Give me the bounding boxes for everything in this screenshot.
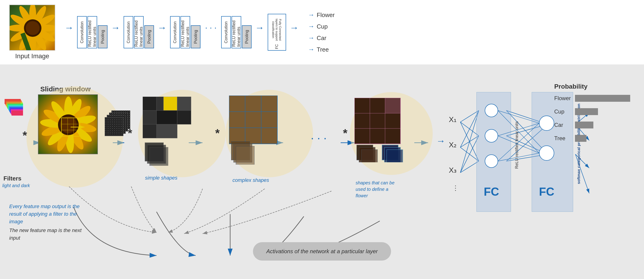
cnn-block-4: Convolution ReLU rectified linear units … xyxy=(221,16,252,48)
svg-point-125 xyxy=(539,146,554,160)
cnn-group-4: Convolution ReLU rectified linear units … xyxy=(221,16,252,48)
svg-rect-92 xyxy=(156,110,177,124)
complex-shapes-grid xyxy=(229,96,298,166)
prob-cup-name: Cup xyxy=(554,108,573,115)
svg-rect-98 xyxy=(150,147,168,166)
relu-layer-2: ReLU rectified linear units xyxy=(134,16,144,48)
cnn-block-1: Convolution ReLU rectified linear units … xyxy=(77,16,108,48)
svg-rect-94 xyxy=(143,124,156,138)
pool-layer-1: Pooling xyxy=(98,25,108,48)
svg-rect-95 xyxy=(156,124,177,138)
input-image-label: Input Image xyxy=(15,52,49,60)
prob-car-bar xyxy=(575,122,593,128)
x1-label: X₁ xyxy=(449,115,457,124)
prob-flower-bar xyxy=(575,95,630,102)
svg-rect-99 xyxy=(229,96,277,144)
x2-label: X₂ xyxy=(449,140,457,149)
cnn-block-3: Convolution ReLU rectified linear units … xyxy=(170,16,200,48)
x3-label: X₃ xyxy=(449,166,457,174)
svg-rect-90 xyxy=(177,97,191,110)
filters-container xyxy=(4,99,23,174)
prob-car-row: Car xyxy=(554,122,635,128)
input-image xyxy=(9,4,55,51)
svg-line-128 xyxy=(498,123,539,136)
output-tree-label: Tree xyxy=(317,46,329,53)
arrow-tree: → xyxy=(308,46,314,53)
prob-cup-bar xyxy=(575,108,598,115)
arrow-3: → xyxy=(158,22,167,33)
output-cup-item: → Cup xyxy=(308,23,335,30)
cnn-group-1: Convolution ReLU rectified linear units … xyxy=(77,16,108,48)
output-cup-label: Cup xyxy=(317,23,328,30)
prob-tree-row: Tree xyxy=(554,135,635,142)
svg-rect-88 xyxy=(143,97,156,110)
dots-top: · · · xyxy=(205,23,216,32)
svg-point-121 xyxy=(485,104,498,117)
conv-layer-1: Convolution xyxy=(77,16,87,48)
svg-line-131 xyxy=(498,153,539,161)
relu-layer-1: ReLU rectified linear units xyxy=(88,16,97,48)
prob-title: Probability xyxy=(554,83,635,90)
input-image-container: Input Image xyxy=(9,4,55,60)
probability-section: Probability Flower Cup Car Tree xyxy=(554,83,635,142)
svg-text:FC: FC xyxy=(484,185,499,198)
svg-rect-79 xyxy=(4,99,21,104)
svg-rect-120 xyxy=(387,150,403,162)
output-car-label: Car xyxy=(317,34,326,42)
svg-rect-117 xyxy=(361,150,378,162)
asterisk-2: * xyxy=(128,126,132,140)
asterisk-4: * xyxy=(343,126,347,140)
dots-bottom: · · · xyxy=(311,131,326,144)
bottom-sunflower xyxy=(38,94,98,154)
svg-rect-86 xyxy=(105,118,123,136)
prob-car-name: Car xyxy=(554,122,573,128)
relu-layer-3: ReLU rectified linear units xyxy=(180,16,190,48)
conv-layer-4: Convolution xyxy=(221,16,231,48)
svg-rect-78 xyxy=(12,110,23,116)
flower-shapes-grid xyxy=(354,98,419,163)
arrow-4: → xyxy=(255,22,264,33)
arrow-5: → xyxy=(290,22,299,33)
arrow-2: → xyxy=(111,22,120,33)
asterisk-1: * xyxy=(22,129,27,142)
prob-flower-row: Flower xyxy=(554,95,635,102)
filters-sub-label: light and dark xyxy=(2,183,30,188)
svg-rect-114 xyxy=(385,98,400,113)
arrow-flower: → xyxy=(308,11,314,19)
svg-point-124 xyxy=(539,116,554,130)
filters-label: Filters xyxy=(4,175,22,182)
fc-group: FCFully Connected layers to support clas… xyxy=(268,14,286,51)
top-section: Input Image → Convolution ReLU rectified… xyxy=(0,0,644,64)
svg-text:FC: FC xyxy=(539,185,554,198)
cnn-block-2: Convolution ReLU rectified linear units … xyxy=(124,16,154,48)
bottom-section: Sliding window xyxy=(0,64,644,279)
svg-rect-91 xyxy=(143,110,156,124)
output-flower-label: Flower xyxy=(317,12,335,19)
svg-rect-87 xyxy=(164,97,177,110)
pool-layer-4: Pooling xyxy=(242,25,252,48)
simple-shapes-label: simple shapes xyxy=(145,175,178,181)
output-car-item: → Car xyxy=(308,34,335,42)
to-nn-arrow: → xyxy=(436,136,445,146)
activations-text: Activations of the network at a particul… xyxy=(266,248,378,254)
arrow-car: → xyxy=(308,34,314,42)
conv-layer-2: Convolution xyxy=(124,16,133,48)
conv-layer-3: Convolution xyxy=(170,16,180,48)
svg-point-13 xyxy=(26,21,40,35)
prob-tree-name: Tree xyxy=(554,135,573,142)
cnn-group-2: Convolution ReLU rectified linear units … xyxy=(124,16,154,48)
svg-point-60 xyxy=(60,116,77,133)
output-labels: → Flower → Cup → Car → Tree xyxy=(308,11,335,53)
activations-ellipse: Activations of the network at a particul… xyxy=(253,242,391,260)
prob-cup-row: Cup xyxy=(554,108,635,115)
svg-rect-107 xyxy=(236,146,254,164)
relu-layer-4: ReLU rectified linear units xyxy=(232,16,241,48)
svg-rect-89 xyxy=(156,97,164,110)
dots-x: ⋮ xyxy=(452,184,459,192)
pool-layer-3: Pooling xyxy=(191,25,200,48)
svg-line-130 xyxy=(498,123,539,161)
prob-flower-name: Flower xyxy=(554,95,573,102)
svg-line-129 xyxy=(498,136,539,153)
arrow-1: → xyxy=(64,22,74,33)
output-flower-item: → Flower xyxy=(308,11,335,19)
